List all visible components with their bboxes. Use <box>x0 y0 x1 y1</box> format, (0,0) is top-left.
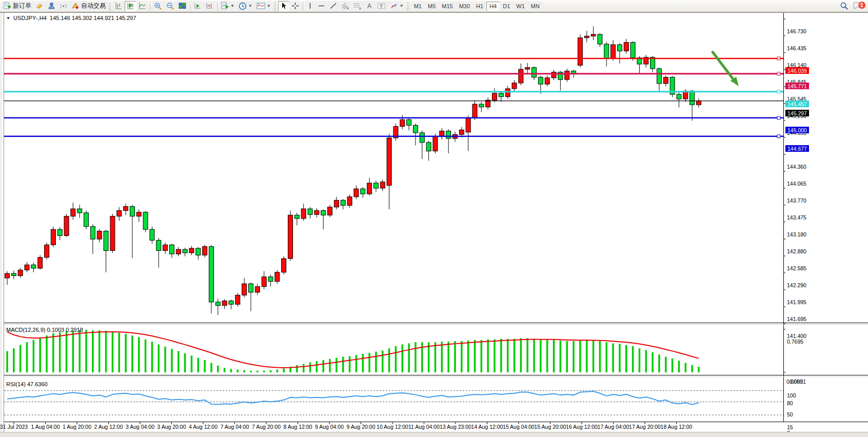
mt4-terminal: 新订单 自动交易 <box>0 0 868 437</box>
text-label-button[interactable]: T <box>375 1 388 11</box>
indicators-button[interactable]: ▼ <box>219 1 236 11</box>
toolbar-grip <box>109 2 111 10</box>
window-bottom-strip <box>0 432 868 437</box>
candle <box>670 76 675 97</box>
equidistant-channel-button[interactable]: E <box>339 1 351 11</box>
chart-plot[interactable] <box>0 12 868 437</box>
trend-arrow-annotation[interactable] <box>712 51 733 79</box>
crosshair-button[interactable] <box>289 1 301 11</box>
timeframe-m5[interactable]: M5 <box>425 2 439 11</box>
candle <box>341 199 345 209</box>
chart-shift-button[interactable] <box>204 1 215 11</box>
price-line-handle[interactable] <box>777 90 780 93</box>
templates-button[interactable]: ▼ <box>254 1 273 11</box>
line-chart-icon <box>139 2 146 10</box>
candle <box>321 209 326 229</box>
date-label: 1 Aug 04:00 <box>31 424 60 430</box>
candle <box>262 271 266 290</box>
timeframe-w1[interactable]: W1 <box>513 2 528 11</box>
candle <box>644 55 648 68</box>
candle <box>38 255 43 269</box>
candle <box>18 268 23 278</box>
auto-scroll-button[interactable] <box>192 1 204 11</box>
toolbar-grip <box>274 2 276 10</box>
price-line-label: 145.771 <box>785 83 809 89</box>
price-tick-label: 141.995 <box>787 299 806 305</box>
timeframe-m15[interactable]: M15 <box>439 2 456 11</box>
search-icon[interactable] <box>840 2 849 10</box>
candle <box>663 75 668 86</box>
timeframe-m1[interactable]: M1 <box>411 2 425 11</box>
candle <box>591 26 596 40</box>
svg-text:E: E <box>347 7 349 10</box>
candle <box>64 214 69 237</box>
timeframe-mn[interactable]: MN <box>528 2 543 11</box>
price-line-label: 145.000 <box>785 127 809 133</box>
date-label: 14 Aug 12:00 <box>471 424 503 430</box>
macd-label: MACD(12,26,9) 0.1003 0.2918 <box>6 327 83 333</box>
candle <box>690 90 695 121</box>
candle <box>282 256 286 275</box>
candle <box>57 227 62 241</box>
candle <box>249 283 253 311</box>
arrows-icon <box>390 2 398 10</box>
candle <box>328 205 332 217</box>
price-tick-label: 142.585 <box>787 265 806 271</box>
price-line-label: 145.457 <box>785 101 809 107</box>
chart-window[interactable]: ▼ USDJPY-,H4 145.146 145.302 144.921 145… <box>0 12 868 437</box>
toolbar-separator <box>217 2 218 10</box>
arrows-button[interactable]: ▼ <box>388 1 406 11</box>
signal-icon <box>60 2 67 10</box>
candle <box>565 69 569 82</box>
date-label: 9 Aug 20:00 <box>346 424 375 430</box>
price-tick-label: 141.695 <box>787 316 806 322</box>
main-toolbar: 新订单 自动交易 <box>0 0 868 12</box>
timeframe-h1[interactable]: H1 <box>473 2 486 11</box>
macd-scale-max: 0.7695 <box>787 339 803 345</box>
svg-text:F: F <box>359 7 361 10</box>
timeframe-d1[interactable]: D1 <box>500 2 513 11</box>
vertical-line-button[interactable] <box>305 1 315 11</box>
deposit-button[interactable] <box>33 1 46 11</box>
price-line-handle[interactable] <box>777 116 780 120</box>
price-line-handle[interactable] <box>777 135 780 138</box>
svg-text:T: T <box>380 4 383 9</box>
timeframe-h4[interactable]: H4 <box>486 2 500 11</box>
text-button[interactable]: A <box>364 1 375 11</box>
auto-trading-button[interactable]: 自动交易 <box>69 1 108 11</box>
tile-windows-button[interactable] <box>176 1 188 11</box>
price-line-handle[interactable] <box>777 57 780 60</box>
community-button[interactable] <box>46 1 57 11</box>
template-icon <box>257 2 265 10</box>
price-tick-label: 146.435 <box>787 45 806 51</box>
auto-trading-label: 自动交易 <box>81 2 106 10</box>
signals-button[interactable] <box>57 1 69 11</box>
candle <box>136 209 141 222</box>
candle <box>242 278 247 297</box>
bar-chart-button[interactable] <box>113 1 125 11</box>
person-icon <box>48 2 55 10</box>
fibonacci-button[interactable]: F <box>351 1 364 11</box>
periods-button[interactable]: ▼ <box>236 1 254 11</box>
horizontal-line-button[interactable] <box>315 1 327 11</box>
current-price-label: 145.297 <box>785 110 809 116</box>
candle-chart-button[interactable] <box>125 1 136 11</box>
candle <box>183 248 187 256</box>
candle <box>492 88 497 103</box>
date-label: 7 Aug 20:00 <box>252 424 281 430</box>
cursor-button[interactable] <box>278 1 289 11</box>
rsi-axis-label: 50 <box>787 411 793 418</box>
trendline-button[interactable] <box>327 1 339 11</box>
candle <box>466 115 470 151</box>
timeframe-m30[interactable]: M30 <box>456 2 473 11</box>
new-order-button[interactable]: 新订单 <box>2 1 33 11</box>
chat-icon[interactable]: 1 <box>853 2 862 10</box>
line-chart-button[interactable] <box>136 1 148 11</box>
candle <box>413 124 418 145</box>
zoom-in-button[interactable] <box>152 1 164 11</box>
zoom-out-button[interactable] <box>164 1 176 11</box>
price-tick-label: 144.360 <box>787 164 806 170</box>
price-line-handle[interactable] <box>777 72 780 75</box>
candle <box>361 187 365 198</box>
text-icon: A <box>366 2 373 10</box>
